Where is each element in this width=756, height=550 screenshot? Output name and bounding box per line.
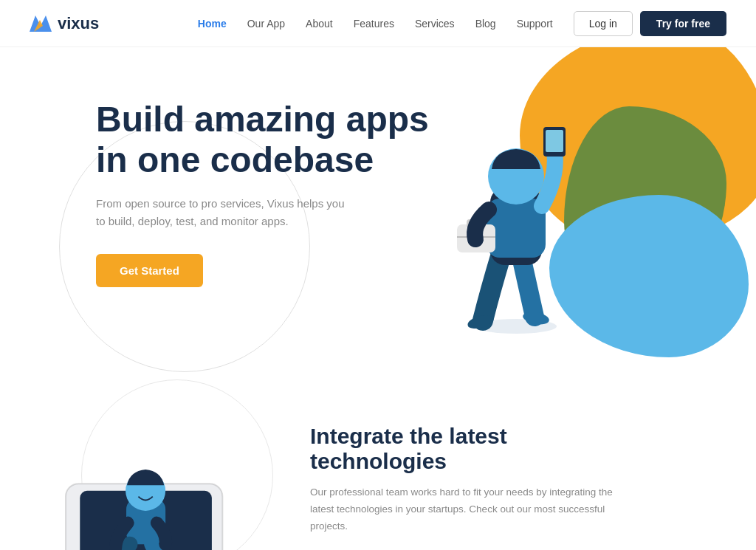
section2-description: Our professional team works hard to fit … (310, 484, 620, 535)
section2-title: Integrate the latest technologies (310, 424, 620, 474)
section2: Integrate the latest technologies Our pr… (0, 387, 756, 550)
section2-illustration (44, 424, 251, 550)
section2-text-block: Integrate the latest technologies Our pr… (310, 409, 620, 550)
svg-rect-12 (546, 130, 563, 152)
hero-subtitle: From open source to pro services, Vixus … (96, 195, 347, 230)
hero-illustration (439, 62, 579, 335)
logo-icon (30, 16, 52, 32)
logo[interactable]: vixus (30, 14, 99, 33)
nav-services[interactable]: Services (415, 18, 455, 30)
nav-blog[interactable]: Blog (475, 18, 496, 30)
hero-section: Build amazing apps in one codebase From … (0, 47, 756, 387)
hero-title: Build amazing apps in one codebase (96, 99, 450, 180)
nav-about[interactable]: About (306, 18, 333, 30)
nav-our-app[interactable]: Our App (247, 18, 285, 30)
nav-support[interactable]: Support (517, 18, 553, 30)
navbar: vixus Home Our App About Features Servic… (0, 0, 756, 47)
blob-blue (549, 195, 749, 357)
login-button[interactable]: Log in (574, 11, 633, 36)
nav-features[interactable]: Features (354, 18, 394, 30)
hero-text-block: Build amazing apps in one codebase From … (96, 77, 450, 287)
nav-links: Home Our App About Features Services Blo… (198, 18, 553, 30)
try-free-button[interactable]: Try for free (640, 11, 726, 36)
brand-name: vixus (58, 14, 99, 33)
nav-home[interactable]: Home (198, 18, 227, 30)
get-started-button[interactable]: Get Started (96, 254, 203, 287)
